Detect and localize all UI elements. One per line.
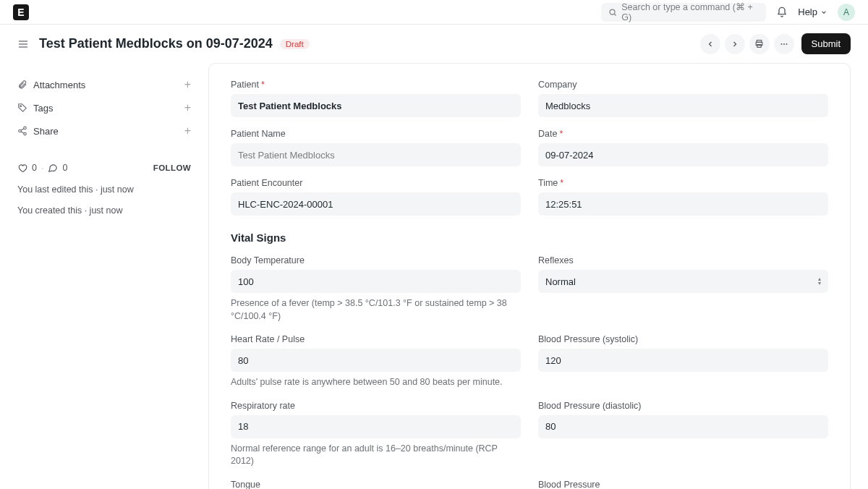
tag-icon <box>17 103 27 113</box>
heart-icon[interactable] <box>17 163 27 173</box>
svg-point-8 <box>780 43 782 45</box>
next-button[interactable] <box>725 34 745 54</box>
likes-count: 0 <box>32 163 37 173</box>
search-icon <box>608 8 617 17</box>
sidebar-item-share[interactable]: Share + <box>17 119 191 143</box>
bp-diastolic-input[interactable]: 80 <box>538 415 828 438</box>
section-vital-signs: Vital Signs <box>231 231 828 244</box>
add-share-button[interactable]: + <box>184 124 191 137</box>
created-meta: You created this · just now <box>17 204 140 218</box>
paperclip-icon <box>17 80 27 90</box>
chevron-down-icon <box>820 9 827 16</box>
field-heart-rate: Heart Rate / Pulse 80 Adults' pulse rate… <box>231 334 521 389</box>
svg-point-9 <box>783 43 785 45</box>
page-title: Test Patient Medblocks on 09-07-2024 <box>39 36 273 51</box>
field-bp-combined: Blood Pressure 120/80 mmHg Normal restin… <box>538 480 828 490</box>
svg-point-13 <box>19 129 22 132</box>
field-time: Time* 12:25:51 <box>538 178 828 216</box>
last-edited-meta: You last edited this · just now <box>17 183 140 197</box>
field-date: Date* 09-07-2024 <box>538 129 828 166</box>
sidebar-item-attachments[interactable]: Attachments + <box>17 73 191 96</box>
search-input[interactable]: Search or type a command (⌘ + G) <box>601 3 766 22</box>
help-menu[interactable]: Help <box>798 7 827 17</box>
svg-point-0 <box>610 9 615 14</box>
svg-point-11 <box>20 106 22 107</box>
field-reflexes: Reflexes Normal ▴▾ <box>538 255 828 323</box>
field-patient-name: Patient Name Test Patient Medblocks <box>231 129 521 166</box>
date-input[interactable]: 09-07-2024 <box>538 143 828 166</box>
svg-line-1 <box>615 14 616 15</box>
field-tongue: Tongue Coated ▴▾ <box>231 480 521 490</box>
reflexes-select[interactable]: Normal ▴▾ <box>538 270 828 293</box>
respiratory-rate-input[interactable]: 18 <box>231 415 521 438</box>
svg-point-14 <box>24 132 27 135</box>
svg-point-12 <box>24 127 27 129</box>
submit-button[interactable]: Submit <box>801 33 851 54</box>
print-button[interactable] <box>749 34 770 54</box>
menu-toggle-icon[interactable] <box>17 38 29 50</box>
sidebar-item-label: Share <box>33 126 59 137</box>
select-caret-icon: ▴▾ <box>818 277 821 286</box>
sidebar-item-label: Tags <box>33 103 53 114</box>
prev-button[interactable] <box>700 34 720 54</box>
app-logo[interactable]: E <box>13 4 29 20</box>
add-tag-button[interactable]: + <box>184 101 191 114</box>
avatar[interactable]: A <box>838 4 855 21</box>
field-respiratory-rate: Respiratory rate 18 Normal reference ran… <box>231 401 521 468</box>
svg-line-16 <box>21 132 24 133</box>
patient-link-input[interactable]: Test Patient Medblocks <box>231 94 521 117</box>
help-label: Help <box>798 7 817 17</box>
company-input[interactable]: Medblocks <box>538 94 828 117</box>
search-placeholder: Search or type a command (⌘ + G) <box>621 1 759 22</box>
patient-name-input[interactable]: Test Patient Medblocks <box>231 143 521 166</box>
svg-point-10 <box>786 43 787 45</box>
body-temperature-input[interactable]: 100 <box>231 270 521 293</box>
heart-rate-input[interactable]: 80 <box>231 349 521 372</box>
sidebar-item-tags[interactable]: Tags + <box>17 96 191 119</box>
sidebar-item-label: Attachments <box>33 80 85 90</box>
notifications-button[interactable] <box>776 7 788 18</box>
add-attachment-button[interactable]: + <box>184 78 191 91</box>
field-bp-diastolic: Blood Pressure (diastolic) 80 <box>538 401 828 468</box>
more-button[interactable] <box>774 34 794 54</box>
time-input[interactable]: 12:25:51 <box>538 192 828 216</box>
comments-count: 0 <box>62 163 67 173</box>
field-body-temperature: Body Temperature 100 Presence of a fever… <box>231 255 521 323</box>
share-icon <box>17 126 27 136</box>
comment-icon[interactable] <box>48 163 58 173</box>
encounter-input[interactable]: HLC-ENC-2024-00001 <box>231 192 521 216</box>
bp-systolic-input[interactable]: 120 <box>538 349 828 372</box>
field-bp-systolic: Blood Pressure (systolic) 120 <box>538 334 828 389</box>
field-encounter: Patient Encounter HLC-ENC-2024-00001 <box>231 178 521 216</box>
field-company: Company Medblocks <box>538 80 828 117</box>
svg-line-15 <box>21 129 24 130</box>
field-patient: Patient* Test Patient Medblocks <box>231 80 521 117</box>
follow-button[interactable]: FOLLOW <box>153 163 191 172</box>
status-badge: Draft <box>280 39 310 49</box>
